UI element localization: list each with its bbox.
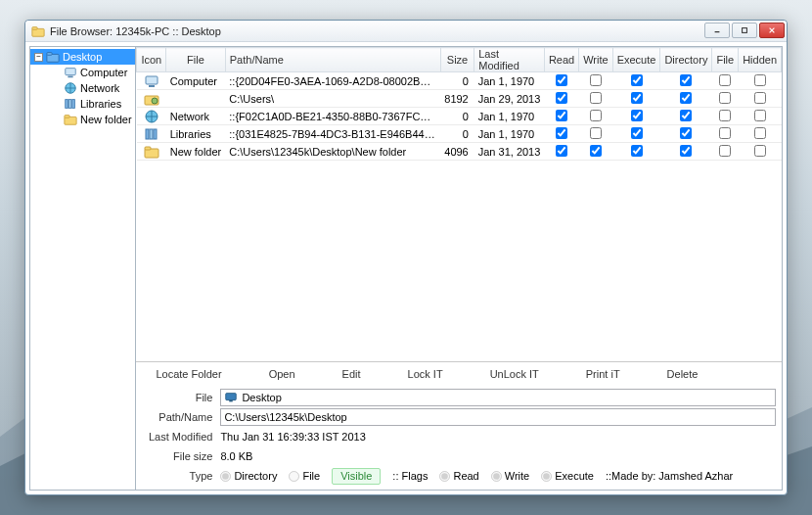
svg-rect-28 — [226, 394, 237, 400]
flag-checkbox[interactable] — [680, 92, 692, 104]
type-directory-radio[interactable]: Directory — [220, 470, 277, 482]
tree-panel[interactable]: − Desktop ComputerNetworkLibrariesNew fo… — [30, 47, 136, 490]
flag-checkbox[interactable] — [590, 145, 602, 157]
col-read[interactable]: Read — [544, 48, 578, 72]
tree-item-libraries[interactable]: Libraries — [30, 96, 135, 112]
cell-file: New folder — [166, 143, 226, 161]
type-file-radio[interactable]: File — [289, 470, 320, 482]
action-bar: Locate Folder Open Edit Lock IT UnLock I… — [136, 362, 782, 386]
flag-checkbox[interactable] — [590, 127, 602, 139]
minimize-button[interactable] — [704, 23, 730, 38]
tree-item-network[interactable]: Network — [30, 80, 135, 96]
cell-size: 0 — [440, 125, 474, 143]
flag-checkbox[interactable] — [719, 110, 731, 121]
flag-write-radio[interactable]: Write — [491, 470, 529, 482]
app-icon — [31, 24, 45, 38]
col-directory[interactable]: Directory — [660, 48, 712, 72]
cell-modified: Jan 1, 1970 — [474, 108, 545, 125]
flag-checkbox[interactable] — [680, 74, 692, 86]
flag-checkbox[interactable] — [631, 92, 643, 104]
table-row[interactable]: Computer::{20D04FE0-3AEA-1069-A2D8-08002… — [137, 72, 782, 90]
col-size[interactable]: Size — [440, 48, 474, 72]
file-label: File — [142, 392, 220, 403]
flag-checkbox[interactable] — [754, 110, 766, 121]
flag-checkbox[interactable] — [680, 110, 692, 121]
flag-checkbox[interactable] — [754, 145, 766, 157]
cell-modified: Jan 31, 2013 — [474, 143, 545, 161]
table-row[interactable]: New folderC:\Users\12345k\Desktop\New fo… — [137, 143, 782, 161]
cell-size: 4096 — [440, 143, 474, 161]
col-file[interactable]: File — [166, 48, 226, 72]
svg-rect-23 — [146, 129, 149, 139]
flag-checkbox[interactable] — [590, 110, 602, 121]
titlebar[interactable]: File Browser: 12345k-PC :: Desktop — [25, 21, 787, 42]
close-button[interactable] — [759, 23, 785, 38]
flag-checkbox[interactable] — [631, 145, 643, 157]
type-label: Type — [142, 470, 220, 482]
flag-checkbox[interactable] — [719, 127, 731, 139]
flag-execute-radio[interactable]: Execute — [541, 470, 594, 482]
flag-checkbox[interactable] — [631, 74, 643, 86]
svg-rect-25 — [154, 129, 157, 139]
flag-checkbox[interactable] — [631, 127, 643, 139]
folder-icon — [144, 144, 159, 160]
flag-checkbox[interactable] — [719, 145, 731, 157]
flag-checkbox[interactable] — [754, 92, 766, 104]
flag-checkbox[interactable] — [719, 92, 731, 104]
svg-rect-15 — [72, 100, 75, 109]
svg-rect-19 — [149, 85, 155, 87]
col-write[interactable]: Write — [579, 48, 612, 72]
table-row[interactable]: Network::{F02C1A0D-BE21-4350-88B0-7367FC… — [137, 108, 782, 125]
cell-size: 0 — [440, 108, 474, 125]
cell-path: C:\Users\12345k\Desktop\New folder — [225, 143, 440, 161]
file-field[interactable]: Desktop — [220, 389, 776, 406]
col-hidden[interactable]: Hidden — [739, 48, 782, 72]
path-label: Path/Name — [142, 411, 220, 423]
maximize-button[interactable] — [732, 23, 757, 38]
flag-checkbox[interactable] — [590, 74, 602, 86]
flag-checkbox[interactable] — [556, 74, 567, 86]
flag-checkbox[interactable] — [556, 110, 567, 121]
flag-checkbox[interactable] — [719, 74, 731, 86]
col-icon[interactable]: Icon — [137, 48, 166, 72]
print-button[interactable]: Print iT — [586, 368, 620, 380]
tree-item-label: New folder — [80, 114, 132, 125]
locate-folder-button[interactable]: Locate Folder — [156, 368, 221, 380]
size-label: File size — [142, 450, 220, 462]
lock-button[interactable]: Lock IT — [408, 368, 443, 380]
svg-rect-14 — [68, 100, 71, 109]
tree-root-desktop[interactable]: − Desktop — [30, 49, 135, 65]
collapse-icon[interactable]: − — [34, 53, 43, 62]
flag-checkbox[interactable] — [754, 74, 766, 86]
tree-item-computer[interactable]: Computer — [30, 65, 135, 80]
folder-icon — [46, 50, 60, 64]
col-path-name[interactable]: Path/Name — [225, 48, 440, 72]
table-row[interactable]: Libraries::{031E4825-7B94-4DC3-B131-E946… — [137, 125, 782, 143]
flag-checkbox[interactable] — [556, 127, 567, 139]
modified-label: Last Modified — [142, 431, 220, 443]
path-field[interactable]: C:\Users\12345k\Desktop — [220, 408, 776, 426]
flag-checkbox[interactable] — [590, 92, 602, 104]
col-execute[interactable]: Execute — [612, 48, 660, 72]
open-button[interactable]: Open — [269, 368, 295, 380]
file-table[interactable]: IconFilePath/NameSizeLast ModifiedReadWr… — [136, 47, 782, 362]
flag-checkbox[interactable] — [680, 145, 692, 157]
col-last-modified[interactable]: Last Modified — [474, 48, 545, 72]
cell-size: 8192 — [440, 90, 474, 108]
tree-item-new-folder[interactable]: New folder — [30, 112, 135, 127]
delete-button[interactable]: Delete — [667, 368, 699, 380]
col-file[interactable]: File — [712, 48, 739, 72]
flag-checkbox[interactable] — [680, 127, 692, 139]
flag-checkbox[interactable] — [556, 92, 567, 104]
flag-checkbox[interactable] — [556, 145, 567, 157]
window-title: File Browser: 12345k-PC :: Desktop — [50, 25, 221, 37]
cell-size: 0 — [440, 72, 474, 90]
flag-checkbox[interactable] — [754, 127, 766, 139]
flag-read-radio[interactable]: Read — [439, 470, 478, 482]
cell-path: ::{F02C1A0D-BE21-4350-88B0-7367FC96EF... — [225, 108, 440, 125]
visible-button[interactable]: Visible — [332, 468, 381, 485]
edit-button[interactable]: Edit — [342, 368, 361, 380]
table-row[interactable]: C:\Users\8192Jan 29, 2013 — [137, 90, 782, 108]
unlock-button[interactable]: UnLock IT — [490, 368, 539, 380]
flag-checkbox[interactable] — [631, 110, 643, 121]
